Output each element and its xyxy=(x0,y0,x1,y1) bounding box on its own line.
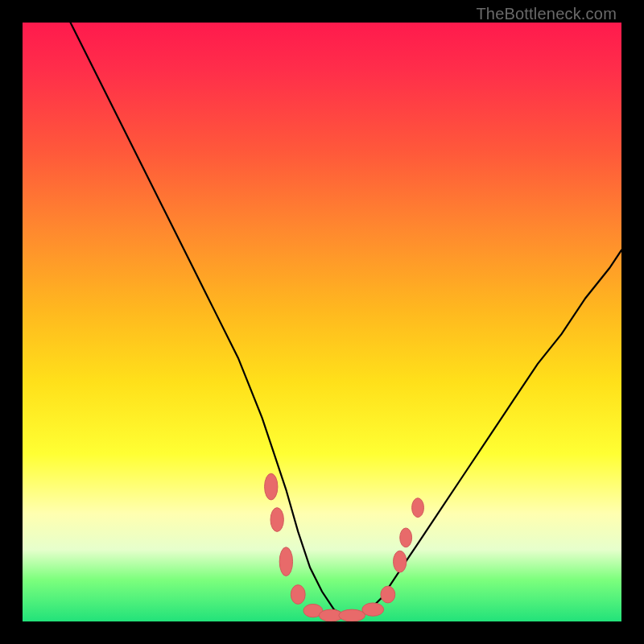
data-marker xyxy=(291,585,305,605)
data-marker xyxy=(400,528,412,547)
chart-svg xyxy=(23,23,621,621)
data-marker xyxy=(265,473,278,500)
data-marker xyxy=(270,508,283,532)
plot-area xyxy=(23,23,621,621)
data-marker xyxy=(362,603,384,616)
watermark-text: TheBottleneck.com xyxy=(476,5,617,23)
data-marker xyxy=(381,586,395,603)
chart-frame: TheBottleneck.com xyxy=(0,0,644,644)
data-marker xyxy=(412,498,424,518)
data-marker xyxy=(279,547,292,576)
data-marker xyxy=(394,551,407,572)
data-marker xyxy=(339,609,365,621)
bottleneck-curve xyxy=(71,23,621,616)
